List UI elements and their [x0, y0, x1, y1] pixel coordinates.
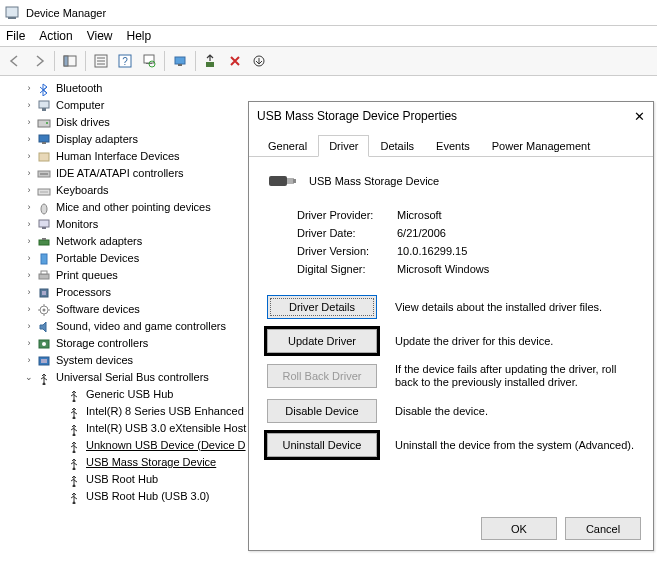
expand-icon[interactable]: ›: [24, 199, 34, 216]
expand-icon[interactable]: ›: [24, 352, 34, 369]
svg-point-28: [41, 204, 47, 214]
keyboard-icon: [36, 183, 52, 199]
expand-icon[interactable]: ›: [24, 318, 34, 335]
tree-item-label: Bluetooth: [56, 80, 102, 97]
tree-item-label: Computer: [56, 97, 104, 114]
svg-point-46: [73, 416, 76, 419]
expand-icon[interactable]: ›: [24, 182, 34, 199]
computer-icon: [36, 98, 52, 114]
svg-rect-37: [42, 291, 46, 295]
driver-date-label: Driver Date:: [297, 227, 397, 239]
tree-item-label: Storage controllers: [56, 335, 148, 352]
tree-item-label: Portable Devices: [56, 250, 139, 267]
ide-icon: [36, 166, 52, 182]
expand-icon[interactable]: ›: [24, 80, 34, 97]
tab-driver[interactable]: Driver: [318, 135, 369, 157]
menu-bar: File Action View Help: [0, 26, 657, 46]
tab-general[interactable]: General: [257, 135, 318, 157]
roll-back-driver-desc: If the device fails after updating the d…: [395, 363, 639, 389]
expand-icon[interactable]: ›: [24, 233, 34, 250]
menu-help[interactable]: Help: [127, 29, 152, 43]
expand-icon[interactable]: ›: [24, 131, 34, 148]
expand-icon[interactable]: ›: [24, 301, 34, 318]
svg-rect-23: [39, 153, 49, 161]
tree-item-label: Software devices: [56, 301, 140, 318]
svg-rect-21: [39, 135, 49, 142]
usb-icon: [66, 438, 82, 454]
expand-icon[interactable]: ›: [24, 335, 34, 352]
svg-rect-14: [178, 64, 182, 66]
svg-rect-3: [64, 56, 68, 66]
svg-point-51: [73, 501, 76, 504]
expand-icon[interactable]: ›: [24, 216, 34, 233]
expand-icon[interactable]: ›: [24, 114, 34, 131]
expand-icon[interactable]: ›: [24, 250, 34, 267]
usb-icon: [66, 421, 82, 437]
uninstall-button[interactable]: [224, 50, 246, 72]
menu-view[interactable]: View: [87, 29, 113, 43]
tree-item-label: Keyboards: [56, 182, 109, 199]
expand-icon[interactable]: ›: [24, 148, 34, 165]
back-button[interactable]: [4, 50, 26, 72]
tab-details[interactable]: Details: [369, 135, 425, 157]
tree-item-label: System devices: [56, 352, 133, 369]
expand-icon[interactable]: ›: [24, 267, 34, 284]
properties-dialog: USB Mass Storage Device Properties ✕ Gen…: [248, 101, 654, 551]
update-driver-button-dialog[interactable]: Update Driver: [267, 329, 377, 353]
cpu-icon: [36, 285, 52, 301]
ok-button[interactable]: OK: [481, 517, 557, 540]
network-icon: [36, 234, 52, 250]
scan-button[interactable]: [138, 50, 160, 72]
menu-file[interactable]: File: [6, 29, 25, 43]
collapse-icon[interactable]: ⌄: [24, 369, 34, 386]
device-name: USB Mass Storage Device: [309, 175, 439, 187]
forward-button[interactable]: [28, 50, 50, 72]
svg-rect-0: [6, 7, 18, 17]
tree-item-label: Disk drives: [56, 114, 110, 131]
expand-icon[interactable]: ›: [24, 97, 34, 114]
mouse-icon: [36, 200, 52, 216]
enable-button[interactable]: [200, 50, 222, 72]
properties-button[interactable]: [90, 50, 112, 72]
scan-changes-button[interactable]: [248, 50, 270, 72]
tree-item[interactable]: ›Bluetooth: [8, 80, 655, 97]
menu-action[interactable]: Action: [39, 29, 72, 43]
show-hide-button[interactable]: [59, 50, 81, 72]
update-driver-button[interactable]: [169, 50, 191, 72]
digital-signer-label: Digital Signer:: [297, 263, 397, 275]
disable-device-button[interactable]: Disable Device: [267, 399, 377, 423]
tree-item-label: Universal Serial Bus controllers: [56, 369, 209, 386]
tree-item-label: Intel(R) 8 Series USB Enhanced: [86, 403, 244, 420]
uninstall-device-button[interactable]: Uninstall Device: [267, 433, 377, 457]
svg-point-41: [42, 342, 46, 346]
tree-item-label: USB Mass Storage Device: [86, 454, 216, 471]
tree-item-label: Unknown USB Device (Device D: [86, 437, 246, 454]
svg-point-49: [73, 467, 76, 470]
driver-details-button[interactable]: Driver Details: [267, 295, 377, 319]
expand-icon[interactable]: ›: [24, 165, 34, 182]
svg-rect-35: [41, 271, 47, 274]
svg-rect-19: [38, 120, 50, 127]
disable-device-desc: Disable the device.: [395, 405, 639, 418]
usb-icon: [66, 472, 82, 488]
svg-rect-43: [41, 359, 47, 363]
device-icon: [267, 171, 297, 191]
tab-power-management[interactable]: Power Management: [481, 135, 601, 157]
storage-icon: [36, 336, 52, 352]
close-button[interactable]: ✕: [634, 109, 645, 124]
dialog-tabs: General Driver Details Events Power Mana…: [249, 134, 653, 157]
usb-icon: [66, 387, 82, 403]
tree-item-label: USB Root Hub: [86, 471, 158, 488]
hid-icon: [36, 149, 52, 165]
dialog-footer: OK Cancel: [481, 517, 641, 540]
help-button[interactable]: ?: [114, 50, 136, 72]
dialog-body: USB Mass Storage Device Driver Provider:…: [249, 157, 653, 457]
expand-icon[interactable]: ›: [24, 284, 34, 301]
cancel-button[interactable]: Cancel: [565, 517, 641, 540]
app-icon: [4, 5, 20, 21]
sound-icon: [36, 319, 52, 335]
disk-icon: [36, 115, 52, 131]
tab-events[interactable]: Events: [425, 135, 481, 157]
tree-item-label: Network adapters: [56, 233, 142, 250]
svg-rect-29: [39, 220, 49, 227]
